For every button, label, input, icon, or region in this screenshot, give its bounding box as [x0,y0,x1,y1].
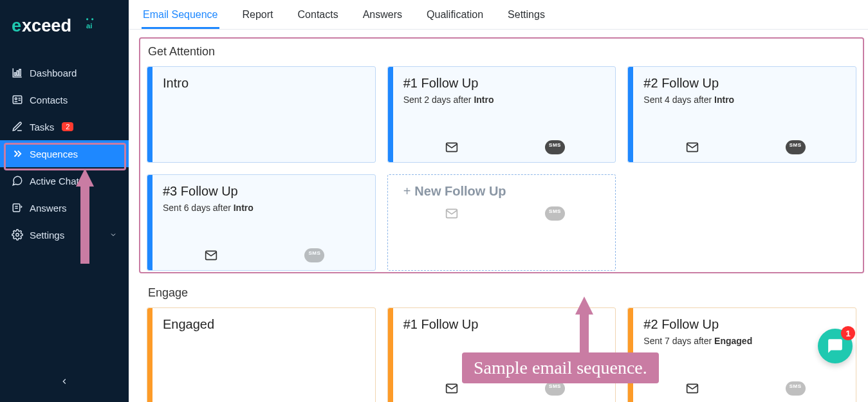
sidebar-item-tasks[interactable]: Tasks 2 [0,113,129,140]
sms-icon: SMS [304,248,324,262]
tab-label: Email Sequence [143,9,218,20]
chat-fab[interactable]: 1 [818,329,853,363]
nav-label: Dashboard [30,68,77,78]
card-engage-followup-1[interactable]: #1 Follow Up SMS [387,307,616,402]
tab-label: Qualification [427,9,483,20]
card-subtitle: Sent 7 days after Engaged [643,336,845,346]
svg-rect-7 [19,69,21,76]
main: Email Sequence Report Contacts Answers Q… [129,0,868,402]
nav-label: Active Chats [30,176,84,187]
tasks-badge: 2 [62,122,73,131]
contacts-icon [12,94,23,105]
sidebar-collapse-button[interactable] [53,372,75,393]
tabs: Email Sequence Report Contacts Answers Q… [129,0,868,30]
email-icon [203,248,219,262]
section-title: Engage [148,286,855,300]
chat-unread-badge: 1 [841,326,855,340]
tab-report[interactable]: Report [241,4,275,29]
sidebar-item-dashboard[interactable]: Dashboard [0,59,129,86]
email-icon [684,140,701,154]
sidebar: e xceed ai Dashboard Contacts [0,0,129,402]
card-intro[interactable]: Intro [147,66,376,163]
card-title: #1 Follow Up [403,76,605,91]
card-followup-2[interactable]: #2 Follow Up Sent 4 days after Intro SMS [627,66,856,163]
card-new-follow-up[interactable]: +New Follow Up SMS [387,174,616,271]
tab-qualification[interactable]: Qualification [425,4,485,29]
tab-contacts[interactable]: Contacts [297,4,340,29]
answers-icon [12,202,23,214]
tab-label: Contacts [298,9,338,20]
card-followup-1[interactable]: #1 Follow Up Sent 2 days after Intro SMS [387,66,616,163]
plus-icon: + [403,184,411,198]
card-subtitle: Sent 2 days after Intro [403,95,605,105]
tab-settings[interactable]: Settings [506,4,546,29]
nav-label: Contacts [30,95,68,105]
chat-icon [12,175,23,187]
card-title: Intro [163,76,365,91]
card-followup-3[interactable]: #3 Follow Up Sent 6 days after Intro SMS [147,174,376,271]
section-title: Get Attention [148,45,855,59]
sms-icon: SMS [786,140,806,154]
sms-icon: SMS [545,206,565,221]
card-title: #3 Follow Up [163,184,365,199]
email-icon [443,140,460,154]
nav-label: Sequences [30,149,78,160]
section-get-attention: Get Attention Intro #1 Follow Up Sent 2 … [139,37,864,273]
nav-label: Tasks [30,122,54,132]
tab-answers[interactable]: Answers [362,4,403,29]
svg-rect-5 [15,73,16,76]
email-icon [443,206,460,221]
card-title: #2 Follow Up [643,317,845,332]
svg-text:e: e [12,15,21,35]
card-engaged[interactable]: Engaged [147,307,376,402]
svg-point-9 [15,98,17,100]
tab-label: Report [243,9,273,20]
sidebar-item-sequences[interactable]: Sequences [0,140,129,167]
gear-icon [12,229,23,241]
sms-icon: SMS [786,381,806,396]
sidebar-nav: Dashboard Contacts Tasks 2 Sequences [0,59,129,248]
sms-icon: SMS [545,140,565,154]
svg-point-2 [86,18,88,20]
sidebar-item-answers[interactable]: Answers [0,194,129,221]
tab-email-sequence[interactable]: Email Sequence [142,4,219,29]
nav-label: Answers [30,203,67,214]
sidebar-item-contacts[interactable]: Contacts [0,86,129,113]
email-icon [443,381,460,396]
chevron-down-icon [109,230,117,241]
tab-label: Settings [508,9,545,20]
svg-rect-6 [17,71,18,76]
nav-label: Settings [30,230,64,241]
tab-label: Answers [363,9,402,20]
chart-icon [12,67,23,78]
svg-point-3 [91,18,93,20]
svg-point-11 [16,233,19,237]
card-subtitle: Sent 6 days after Intro [163,203,365,213]
email-icon [684,381,701,396]
edit-icon [12,121,23,132]
sms-icon: SMS [545,381,565,396]
card-title: #1 Follow Up [403,317,605,332]
sidebar-item-active-chats[interactable]: Active Chats [0,167,129,194]
brand-logo: e xceed ai [0,0,129,59]
content-scroll[interactable]: Get Attention Intro #1 Follow Up Sent 2 … [129,30,868,402]
section-engage: Engage Engaged #1 Follow Up [139,279,864,402]
card-subtitle: Sent 4 days after Intro [643,95,845,105]
card-title: +New Follow Up [403,184,605,199]
svg-text:xceed: xceed [22,15,71,35]
card-title: Engaged [163,317,365,332]
card-title: #2 Follow Up [643,76,845,91]
svg-text:ai: ai [86,22,92,30]
chevrons-icon [12,148,23,160]
sidebar-item-settings[interactable]: Settings [0,221,129,248]
